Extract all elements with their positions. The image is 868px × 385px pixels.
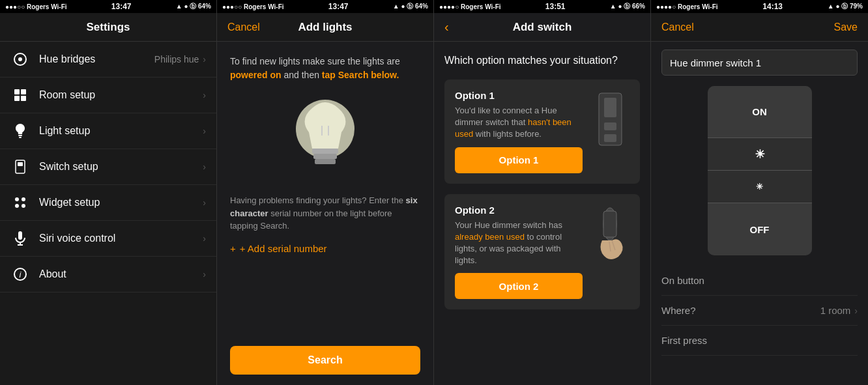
status-bar-2: ●●●○○ Rogers Wi-Fi 13:47 ▲ ● ⓑ 64% <box>217 0 433 13</box>
back-button[interactable]: ‹ <box>444 20 449 35</box>
where-label: Where? <box>661 305 820 316</box>
time-3: 13:51 <box>545 2 566 11</box>
option1-button[interactable]: Option 1 <box>455 147 583 173</box>
dimmer-on-button[interactable]: ON <box>708 86 812 138</box>
dimmer-cancel-button[interactable]: Cancel <box>661 21 694 33</box>
dimmer-brightness-up-button[interactable]: ☀ <box>708 138 812 171</box>
option1-desc-2: with lights before. <box>473 129 542 139</box>
first-press-row: First press <box>661 326 858 356</box>
option1-title: Option 1 <box>455 90 583 101</box>
dimmer-save-button[interactable]: Save <box>834 21 858 33</box>
add-lights-footer: Search <box>217 335 433 385</box>
svg-rect-9 <box>18 162 23 166</box>
panel-add-switch: ●●●●○ Rogers Wi-Fi 13:51 ▲ ● ⓑ 66% ‹ Add… <box>434 0 651 385</box>
switch-question: Which option matches your situation? <box>444 55 640 66</box>
svg-rect-3 <box>21 89 26 94</box>
add-serial-button[interactable]: + + Add serial number <box>230 243 420 254</box>
time-1: 13:47 <box>111 2 132 11</box>
svg-rect-5 <box>21 96 26 101</box>
carrier-4: ●●●●○ Rogers Wi-Fi <box>656 3 718 10</box>
option1-image <box>590 90 629 149</box>
on-button-row: On button <box>661 266 858 296</box>
siri-label: Siri voice control <box>39 233 203 244</box>
add-switch-title: Add switch <box>513 21 572 34</box>
svg-text:i: i <box>20 270 22 279</box>
sidebar-item-light-setup[interactable]: Light setup › <box>0 113 216 149</box>
room-setup-label: Room setup <box>39 89 203 101</box>
svg-rect-26 <box>604 98 616 117</box>
svg-rect-21 <box>313 154 337 159</box>
add-lights-body: To find new lights make sure the lights … <box>217 42 433 335</box>
option2-text: Option 2 Your Hue dimmer switch has alre… <box>455 205 583 300</box>
hue-bridges-icon <box>10 50 30 69</box>
sidebar-item-switch-setup[interactable]: Switch setup › <box>0 149 216 185</box>
option2-image <box>590 205 629 263</box>
svg-rect-4 <box>14 96 20 101</box>
add-switch-nav-bar: ‹ Add switch <box>434 13 650 42</box>
switch-setup-label: Switch setup <box>39 161 203 173</box>
light-setup-icon <box>10 121 30 141</box>
sidebar-item-widget-setup[interactable]: Widget setup › <box>0 185 216 221</box>
dimmer-switch-visual: ON ☀ ✳ OFF <box>708 86 812 255</box>
sidebar-item-siri-voice[interactable]: Siri voice control › <box>0 221 216 257</box>
time-4: 14:13 <box>762 2 783 11</box>
first-press-label: First press <box>661 335 858 346</box>
bulb-image-container <box>230 90 420 181</box>
where-chevron: › <box>854 306 858 316</box>
option2-button[interactable]: Option 2 <box>455 273 583 299</box>
svg-point-10 <box>15 197 19 201</box>
add-switch-body: Which option matches your situation? Opt… <box>434 42 650 385</box>
sidebar-item-about[interactable]: i About › <box>0 257 216 292</box>
where-value: 1 room <box>820 305 851 316</box>
bulb-icon <box>286 90 364 181</box>
settings-title: Settings <box>86 21 130 34</box>
option2-desc: Your Hue dimmer switch has already been … <box>455 220 583 267</box>
dimmer-body: ON ☀ ✳ OFF On button Where? 1 room › Fir… <box>651 42 868 385</box>
svg-rect-22 <box>315 159 336 164</box>
svg-point-12 <box>15 204 19 208</box>
panel-dimmer-config: ●●●●○ Rogers Wi-Fi 14:13 ▲ ● ⓑ 79% Cance… <box>651 0 868 385</box>
sidebar-item-hue-bridges[interactable]: Hue bridges Philips hue › <box>0 42 216 78</box>
carrier-2: ●●●○○ Rogers Wi-Fi <box>222 3 284 10</box>
carrier-1: ●●●○○ Rogers Wi-Fi <box>5 3 67 10</box>
room-setup-chevron: › <box>203 90 206 100</box>
light-setup-chevron: › <box>203 126 206 136</box>
svg-rect-6 <box>18 135 22 136</box>
time-2: 13:47 <box>328 2 349 11</box>
option2-desc-1: Your Hue dimmer switch has <box>455 220 562 230</box>
option1-card: Option 1 You'd like to connect a Hue dim… <box>444 79 640 184</box>
svg-rect-28 <box>604 134 616 142</box>
icons-4: ▲ ● ⓑ 79% <box>828 2 863 11</box>
settings-list: Hue bridges Philips hue › Room setup › <box>0 42 216 385</box>
add-lights-help: Having problems finding your lights? Ent… <box>230 194 420 233</box>
switch-setup-icon <box>10 157 30 177</box>
sun-up-icon: ☀ <box>755 147 765 162</box>
sidebar-item-room-setup[interactable]: Room setup › <box>0 78 216 113</box>
option2-title: Option 2 <box>455 205 583 216</box>
status-bar-3: ●●●●○ Rogers Wi-Fi 13:51 ▲ ● ⓑ 66% <box>434 0 650 13</box>
add-serial-label: + Add serial number <box>240 243 327 254</box>
about-icon: i <box>10 264 30 284</box>
dimmer-brightness-down-button[interactable]: ✳ <box>708 171 812 203</box>
widget-setup-chevron: › <box>203 197 206 208</box>
svg-rect-30 <box>603 211 616 237</box>
dimmer-off-button[interactable]: OFF <box>708 203 812 255</box>
icons-1: ▲ ● ⓑ 64% <box>176 2 211 11</box>
switch-name-input[interactable] <box>661 50 858 76</box>
hue-bridges-chevron: › <box>203 54 206 64</box>
status-bar-1: ●●●○○ Rogers Wi-Fi 13:47 ▲ ● ⓑ 64% <box>0 0 216 13</box>
search-button[interactable]: Search <box>230 346 420 375</box>
intro-tap-search: tap Search below. <box>322 70 399 80</box>
siri-chevron: › <box>203 233 206 244</box>
svg-rect-27 <box>604 122 616 130</box>
add-lights-nav-bar: Cancel Add lights <box>217 13 433 42</box>
help-text-1: Having problems finding your lights? Ent… <box>230 195 406 205</box>
where-row[interactable]: Where? 1 room › <box>661 296 858 326</box>
option1-desc: You'd like to connect a Hue dimmer switc… <box>455 105 583 141</box>
icons-3: ▲ ● ⓑ 66% <box>610 2 645 11</box>
hue-bridges-label: Hue bridges <box>39 53 154 65</box>
cancel-button-2[interactable]: Cancel <box>227 21 260 33</box>
light-setup-label: Light setup <box>39 125 203 137</box>
hue-bridges-value: Philips hue <box>154 54 199 64</box>
plus-icon: + <box>230 243 236 254</box>
